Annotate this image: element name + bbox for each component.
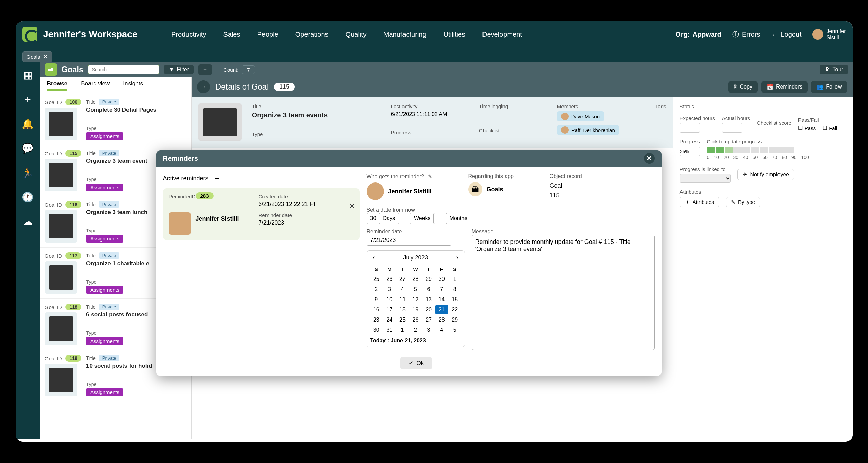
cal-day[interactable]: 24	[383, 315, 396, 325]
pass-checkbox[interactable]: ☐ Pass	[798, 125, 816, 131]
follow-button[interactable]: 👥Follow	[811, 81, 847, 93]
cal-day[interactable]: 11	[396, 295, 409, 304]
cal-day[interactable]: 15	[449, 295, 461, 304]
reminder-card[interactable]: ReminderID 283 Jennifer Sistilli Created…	[163, 188, 360, 240]
cal-day[interactable]: 22	[449, 305, 461, 314]
member-chip[interactable]: Raffi Der khorenian	[557, 125, 619, 135]
goal-card[interactable]: Goal ID106 TitlePrivate Complete 30 Deta…	[40, 94, 191, 145]
nav-sales[interactable]: Sales	[223, 31, 240, 38]
info-icon[interactable]: ⓘ	[732, 30, 739, 39]
add-button[interactable]: ＋	[198, 64, 212, 75]
cal-day[interactable]: 20	[422, 305, 435, 314]
cal-day[interactable]: 4	[435, 325, 448, 335]
nav-utilities[interactable]: Utilities	[443, 31, 465, 38]
by-type-button[interactable]: ✎By type	[726, 197, 760, 207]
progress-bar[interactable]	[707, 147, 809, 153]
close-icon[interactable]: ✕	[43, 54, 48, 60]
cal-day[interactable]: 16	[370, 305, 383, 314]
user-avatar[interactable]	[812, 29, 823, 40]
cal-day[interactable]: 4	[396, 285, 409, 294]
cal-day[interactable]: 31	[383, 325, 396, 335]
cal-day[interactable]: 9	[370, 295, 383, 304]
cal-day[interactable]: 5	[449, 325, 461, 335]
tab-insights[interactable]: Insights	[123, 80, 143, 91]
exp-hours-input[interactable]	[680, 123, 700, 133]
cal-day[interactable]: 28	[435, 315, 448, 325]
cal-day[interactable]: 5	[409, 285, 422, 294]
cal-day[interactable]: 27	[396, 274, 409, 284]
cal-day[interactable]: 30	[435, 274, 448, 284]
edit-icon[interactable]: ✎	[428, 173, 432, 180]
cal-day[interactable]: 27	[422, 315, 435, 325]
cal-day[interactable]: 1	[449, 274, 461, 284]
progress-input[interactable]	[680, 147, 700, 156]
cal-day[interactable]: 26	[409, 315, 422, 325]
reminders-button[interactable]: 📅Reminders	[761, 81, 808, 93]
weeks-input[interactable]	[398, 213, 411, 224]
cal-day[interactable]: 30	[370, 325, 383, 335]
cal-day[interactable]: 26	[383, 274, 396, 284]
days-input[interactable]	[367, 213, 380, 224]
bell-icon[interactable]: 🔔	[22, 118, 34, 130]
reminder-date-input[interactable]	[367, 235, 451, 246]
logout-link[interactable]: Logout	[781, 31, 801, 38]
expand-icon[interactable]: →	[197, 80, 210, 93]
close-icon[interactable]: ✕	[644, 153, 655, 164]
cal-day[interactable]: 29	[449, 315, 461, 325]
cal-day[interactable]: 1	[396, 325, 409, 335]
cal-day[interactable]: 3	[422, 325, 435, 335]
clock-icon[interactable]: 🕐	[22, 191, 34, 203]
apps-grid-icon[interactable]: ▦	[22, 69, 34, 81]
tab-browse[interactable]: Browse	[47, 80, 67, 91]
cal-day[interactable]: 25	[370, 274, 383, 284]
cal-day[interactable]: 13	[422, 295, 435, 304]
nav-people[interactable]: People	[257, 31, 278, 38]
cal-day[interactable]: 14	[435, 295, 448, 304]
tour-button[interactable]: 👁Tour	[820, 65, 848, 74]
add-reminder-button[interactable]: ＋	[213, 173, 221, 184]
cal-day[interactable]: 6	[422, 285, 435, 294]
cal-day[interactable]: 19	[409, 305, 422, 314]
linked-select[interactable]	[680, 174, 731, 183]
add-attributes-button[interactable]: ＋Attributes	[680, 197, 719, 207]
back-icon[interactable]: ←	[771, 31, 778, 38]
run-icon[interactable]: 🏃	[22, 167, 34, 179]
cal-day[interactable]: 17	[383, 305, 396, 314]
cal-day[interactable]: 2	[370, 285, 383, 294]
nav-development[interactable]: Development	[482, 31, 522, 38]
cal-day[interactable]: 2	[409, 325, 422, 335]
tab-board[interactable]: Board view	[81, 80, 110, 91]
nav-quality[interactable]: Quality	[346, 31, 367, 38]
cal-day[interactable]: 8	[449, 285, 461, 294]
cal-day[interactable]: 3	[383, 285, 396, 294]
cal-day[interactable]: 18	[396, 305, 409, 314]
errors-link[interactable]: Errors	[742, 31, 760, 38]
cal-day[interactable]: 12	[409, 295, 422, 304]
chat-icon[interactable]: 💬	[22, 142, 34, 154]
nav-operations[interactable]: Operations	[295, 31, 329, 38]
message-input[interactable]	[472, 235, 655, 350]
cal-day[interactable]: 29	[422, 274, 435, 284]
fail-checkbox[interactable]: ☐ Fail	[823, 125, 837, 131]
ok-button[interactable]: ✓Ok	[400, 357, 432, 369]
act-hours-input[interactable]	[722, 123, 742, 133]
cal-day[interactable]: 25	[396, 315, 409, 325]
copy-button[interactable]: ⎘Copy	[728, 81, 758, 93]
remove-reminder-icon[interactable]: ✕	[349, 202, 355, 210]
filter-button[interactable]: ▼Filter	[164, 65, 194, 74]
prev-month-icon[interactable]: ‹	[373, 254, 375, 261]
search-input[interactable]	[88, 65, 159, 74]
member-chip[interactable]: Dave Mason	[557, 111, 604, 121]
next-month-icon[interactable]: ›	[456, 254, 458, 261]
cloud-icon[interactable]: ☁	[22, 215, 34, 228]
nav-manufacturing[interactable]: Manufacturing	[383, 31, 427, 38]
notify-button[interactable]: ✈Notify employee	[737, 169, 794, 180]
plus-icon[interactable]: ＋	[22, 93, 34, 105]
nav-productivity[interactable]: Productivity	[171, 31, 206, 38]
cal-day[interactable]: 28	[409, 274, 422, 284]
cal-day[interactable]: 7	[435, 285, 448, 294]
tab-goals[interactable]: Goals ✕	[22, 51, 52, 62]
cal-day[interactable]: 10	[383, 295, 396, 304]
months-input[interactable]	[433, 213, 447, 224]
cal-day[interactable]: 23	[370, 315, 383, 325]
